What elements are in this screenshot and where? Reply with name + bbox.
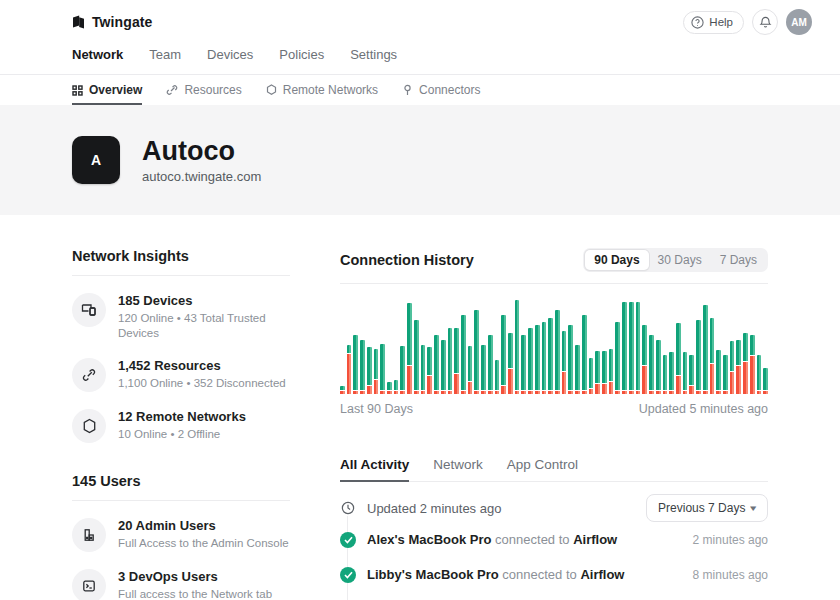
help-label: Help: [709, 16, 733, 28]
chart-bar: [347, 294, 352, 394]
activity-time: 8 minutes ago: [693, 568, 768, 582]
subnav-label: Resources: [184, 83, 241, 97]
range-segmented-control: 90 Days 30 Days 7 Days: [583, 248, 768, 272]
chart-bar: [710, 294, 715, 394]
clock-icon: [340, 500, 356, 516]
devices-icon: [72, 293, 106, 327]
chart-bar: [736, 294, 741, 394]
activity-action: connected to: [495, 532, 569, 547]
link-icon: [166, 84, 178, 96]
chart-bar: [380, 294, 385, 394]
nav-item-settings[interactable]: Settings: [350, 47, 397, 62]
activity-updated: Updated 2 minutes ago: [340, 500, 501, 516]
chart-bar: [649, 294, 654, 394]
help-button[interactable]: Help: [683, 11, 744, 34]
target-name: Airflow: [580, 567, 624, 582]
terminal-icon: [72, 569, 106, 600]
insight-devices[interactable]: 185 Devices 120 Online • 43 Total Truste…: [72, 293, 290, 341]
subnav-item-connectors[interactable]: Connectors: [402, 75, 480, 105]
chart-bar: [575, 294, 580, 394]
users-title: 145 Users: [72, 473, 141, 489]
subnav-label: Remote Networks: [283, 83, 378, 97]
org-domain: autoco.twingate.com: [142, 169, 261, 184]
chart-bar: [589, 294, 594, 394]
users-devops[interactable]: 3 DevOps Users Full access to the Networ…: [72, 569, 290, 600]
network-insights-title: Network Insights: [72, 248, 189, 264]
filter-label: Previous 7 Days: [658, 501, 745, 515]
chart-bar: [703, 294, 708, 394]
primary-nav: Network Team Devices Policies Settings: [0, 39, 840, 74]
chart-bar: [488, 294, 493, 394]
range-90-days[interactable]: 90 Days: [585, 250, 648, 270]
target-name: Airflow: [573, 532, 617, 547]
stat-subtitle: 1,100 Online • 352 Disconnected: [118, 376, 286, 391]
nav-item-policies[interactable]: Policies: [279, 47, 324, 62]
chart-bar: [683, 294, 688, 394]
chart-bar: [562, 294, 567, 394]
connection-history-chart: Last 90 Days Updated 5 minutes ago: [340, 284, 768, 426]
app-header: Twingate Help AM Network Team Devices Po…: [0, 0, 840, 105]
chart-bar: [400, 294, 405, 394]
chart-bar: [723, 294, 728, 394]
chart-bar: [374, 294, 379, 394]
success-check-icon: [340, 532, 356, 548]
chart-bar: [387, 294, 392, 394]
range-7-days[interactable]: 7 Days: [711, 250, 766, 270]
previous-7-days-dropdown[interactable]: Previous 7 Days ▾: [646, 494, 768, 522]
chart-bar: [542, 294, 547, 394]
avatar[interactable]: AM: [786, 9, 812, 35]
chart-bar: [441, 294, 446, 394]
subnav-item-overview[interactable]: Overview: [72, 75, 142, 105]
tab-app-control[interactable]: App Control: [507, 448, 578, 482]
chart-bar: [669, 294, 674, 394]
chart-bar: [528, 294, 533, 394]
chart-bar: [615, 294, 620, 394]
activity-row[interactable]: Alex's MacBook Pro connected to Airflow …: [340, 522, 768, 557]
activity-time: 2 minutes ago: [693, 533, 768, 547]
stat-title: 3 DevOps Users: [118, 569, 272, 585]
subnav-label: Overview: [89, 83, 142, 97]
stat-subtitle: Full Access to the Admin Console: [118, 536, 289, 551]
chart-bar: [481, 294, 486, 394]
chart-bar: [636, 294, 641, 394]
subnav-item-resources[interactable]: Resources: [166, 75, 241, 105]
activity-action: connected to: [502, 567, 576, 582]
activity-row[interactable]: Libby's MacBook Pro connected to Airflow…: [340, 557, 768, 592]
org-hero: A Autoco autoco.twingate.com: [0, 105, 840, 215]
chart-bar: [427, 294, 432, 394]
users-admin[interactable]: 20 Admin Users Full Access to the Admin …: [72, 518, 290, 552]
activity-row[interactable]: Alex's MacBook Pro connected to Airflow …: [340, 592, 768, 600]
chart-bar: [468, 294, 473, 394]
chart-bar: [622, 294, 627, 394]
chart-bar: [421, 294, 426, 394]
twingate-logo: Twingate: [72, 14, 152, 30]
nav-item-devices[interactable]: Devices: [207, 47, 253, 62]
chart-bar: [642, 294, 647, 394]
notifications-button[interactable]: [752, 9, 778, 35]
hexagon-icon: [72, 409, 106, 443]
connection-chart-bars: [340, 294, 768, 394]
chart-bar: [394, 294, 399, 394]
chart-bar: [501, 294, 506, 394]
chart-bar: [353, 294, 358, 394]
chart-bar: [663, 294, 668, 394]
pin-icon: [402, 84, 413, 96]
chart-bar: [535, 294, 540, 394]
insight-resources[interactable]: 1,452 Resources 1,100 Online • 352 Disco…: [72, 358, 290, 392]
stat-subtitle: 120 Online • 43 Total Trusted Devices: [118, 311, 290, 341]
insight-remote-networks[interactable]: 12 Remote Networks 10 Online • 2 Offline: [72, 409, 290, 443]
activity-updated-text: Updated 2 minutes ago: [367, 501, 501, 516]
tab-network[interactable]: Network: [433, 448, 483, 482]
device-name: Libby's MacBook Pro: [367, 567, 499, 582]
range-30-days[interactable]: 30 Days: [649, 250, 711, 270]
twingate-logo-icon: [72, 15, 85, 30]
chart-bar: [609, 294, 614, 394]
building-icon: [72, 518, 106, 552]
nav-item-team[interactable]: Team: [149, 47, 181, 62]
chart-bar: [454, 294, 459, 394]
tab-all-activity[interactable]: All Activity: [340, 448, 409, 482]
chart-bar: [743, 294, 748, 394]
nav-item-network[interactable]: Network: [72, 47, 123, 62]
subnav-item-remote-networks[interactable]: Remote Networks: [266, 75, 378, 105]
chart-bar: [548, 294, 553, 394]
